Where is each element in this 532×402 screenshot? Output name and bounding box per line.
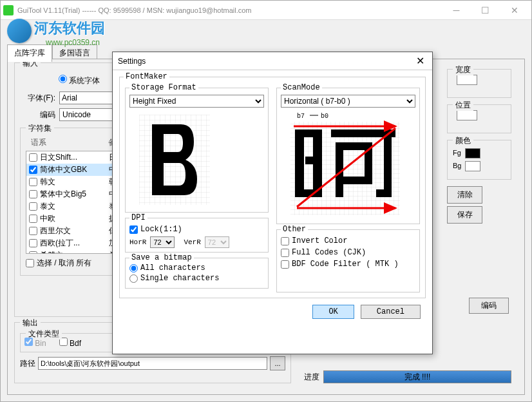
close-icon[interactable]: ✕ [413,55,427,67]
svg-rect-11 [305,157,314,164]
other-fieldset: Other Invert Color Full Codes (CJK) BDF … [276,229,420,292]
svg-rect-9 [295,129,322,137]
svg-text:b0: b0 [321,113,328,120]
letter-b-icon [139,115,210,205]
single-chars-radio[interactable]: Single characters [129,274,264,283]
cancel-button[interactable]: Cancel [361,305,421,319]
svg-rect-7 [295,129,304,197]
scanmode-fieldset: ScanMode Horizontal ( b7-b0 ) b7 b0 [276,88,420,224]
dpi-fieldset: DPI Lock(1:1) HorR 72 VerR 72 [125,218,269,253]
scanmode-legend: ScanMode [281,83,322,92]
save-bitmap-fieldset: Save a bitmap All characters Single char… [125,258,269,289]
dpi-legend: DPI [129,213,147,222]
storage-select[interactable]: Height Fixed [129,95,264,108]
svg-rect-18 [376,189,392,197]
fontmaker-fieldset: FontMaker Storage Format Height Fixed [119,77,426,298]
dialog-title: Settings [118,57,146,66]
bdf-filter-checkbox[interactable]: BDF Code Filter ( MTK ) [281,260,415,269]
scan-preview: b7 b0 [281,110,410,220]
fontmaker-legend: FontMaker [124,72,169,81]
svg-rect-16 [336,177,372,184]
scanmode-select[interactable]: Horizontal ( b7-b0 ) [281,95,415,108]
svg-text:b7: b7 [297,113,305,120]
storage-fieldset: Storage Format Height Fixed [125,88,269,213]
scan-diagram-icon: b7 b0 [281,110,410,220]
svg-rect-15 [336,142,372,150]
dialog-titlebar: Settings ✕ [113,52,432,70]
horr-input[interactable]: 72 [150,236,175,248]
lock-checkbox[interactable]: Lock(1:1) [129,225,264,234]
dialog-overlay: Settings ✕ FontMaker Storage Format Heig… [0,0,532,402]
other-legend: Other [281,225,308,234]
fullcodes-checkbox[interactable]: Full Codes (CJK) [281,248,415,257]
verr-input[interactable]: 72 [205,236,229,248]
settings-dialog: Settings ✕ FontMaker Storage Format Heig… [112,52,433,354]
svg-rect-17 [384,137,392,197]
ok-button[interactable]: OK [312,305,354,319]
invert-checkbox[interactable]: Invert Color [281,236,415,245]
save-legend: Save a bitmap [129,253,194,262]
all-chars-radio[interactable]: All characters [129,263,264,273]
storage-legend: Storage Format [129,83,198,92]
glyph-preview [129,111,220,208]
